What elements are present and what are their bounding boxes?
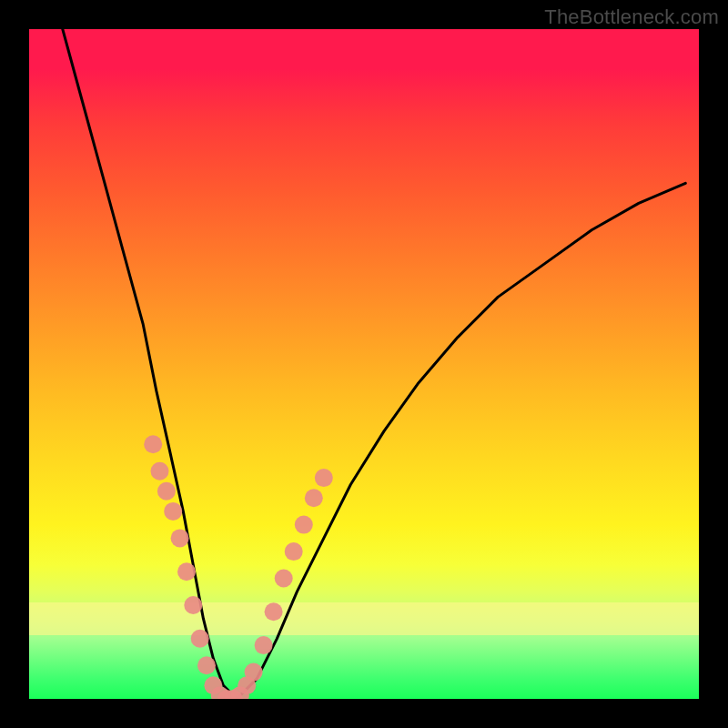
data-marker [315,469,333,487]
data-marker [275,570,293,588]
data-marker [171,529,189,547]
curve-layer [29,29,699,699]
bottleneck-curve [63,29,686,699]
chart-frame: TheBottleneck.com [0,0,728,728]
data-marker [285,542,303,561]
data-marker [164,502,182,521]
data-marker [255,636,273,654]
data-marker [144,435,162,453]
data-marker [245,663,263,682]
data-marker [157,482,176,500]
data-marker [184,596,202,614]
data-marker [295,516,313,534]
attribution-label: TheBottleneck.com [544,5,719,29]
data-marker [197,656,216,674]
data-marker [177,562,196,581]
data-marker [151,462,169,480]
plot-area [29,29,699,699]
data-marker [265,602,283,621]
data-marker [191,630,209,648]
data-marker [305,489,323,507]
